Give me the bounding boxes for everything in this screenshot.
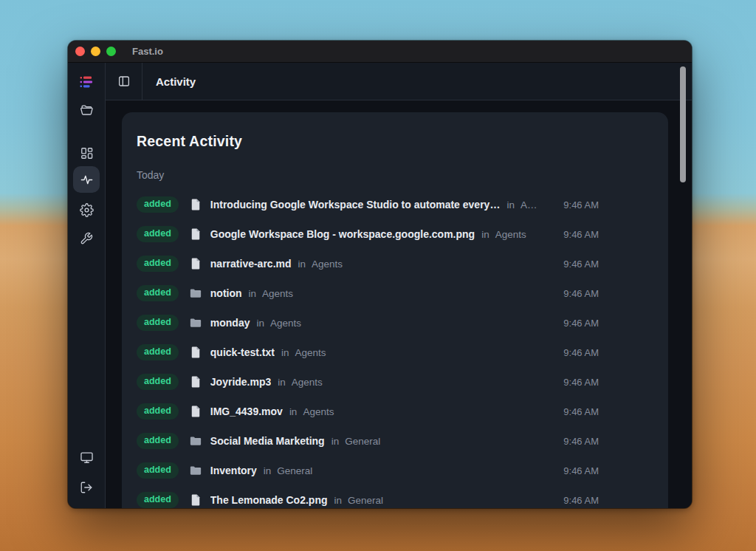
item-name: The Lemonade Co2.png bbox=[210, 494, 328, 506]
scrollbar-thumb[interactable] bbox=[680, 66, 686, 182]
close-button[interactable] bbox=[75, 47, 85, 56]
file-icon bbox=[189, 493, 202, 507]
activity-row[interactable]: added Google Workspace Blog - workspace.… bbox=[137, 219, 653, 249]
added-badge: added bbox=[137, 256, 179, 272]
folder-icon bbox=[189, 316, 202, 329]
added-badge: added bbox=[137, 374, 179, 390]
zoom-button[interactable] bbox=[106, 47, 116, 56]
file-icon bbox=[189, 375, 202, 389]
item-time: 9:46 AM bbox=[563, 318, 599, 329]
page-header: Activity bbox=[106, 63, 692, 100]
item-time: 9:46 AM bbox=[563, 288, 599, 299]
logout-icon[interactable] bbox=[73, 474, 100, 501]
item-connector: in bbox=[278, 377, 286, 388]
item-location: General bbox=[345, 436, 380, 447]
folder-nav-icon[interactable] bbox=[73, 97, 100, 123]
item-time: 9:46 AM bbox=[563, 495, 599, 506]
item-location: Agents bbox=[270, 318, 301, 329]
item-connector: in bbox=[264, 465, 272, 476]
folder-icon bbox=[189, 464, 202, 477]
item-time: 9:46 AM bbox=[563, 465, 599, 476]
settings-gear-icon[interactable] bbox=[73, 196, 100, 223]
recent-activity-card: Recent Activity Today added Introducing … bbox=[122, 112, 668, 508]
item-name: Social Media Marketing bbox=[210, 435, 325, 447]
activity-list: added Introducing Google Workspace Studi… bbox=[137, 190, 653, 508]
item-name: Introducing Google Workspace Studio to a… bbox=[210, 199, 501, 211]
file-icon bbox=[189, 405, 202, 418]
item-connector: in bbox=[331, 436, 340, 447]
content-area: Recent Activity Today added Introducing … bbox=[106, 100, 692, 508]
item-time: 9:46 AM bbox=[563, 347, 599, 358]
item-connector: in bbox=[249, 288, 257, 299]
added-badge: added bbox=[137, 492, 179, 508]
added-badge: added bbox=[137, 315, 179, 331]
item-location: General bbox=[277, 465, 312, 476]
item-location: General bbox=[348, 495, 383, 506]
titlebar: Fast.io bbox=[68, 41, 692, 63]
item-name: quick-test.txt bbox=[210, 346, 275, 358]
tools-wrench-icon[interactable] bbox=[73, 225, 100, 252]
item-name: IMG_4439.mov bbox=[210, 405, 283, 417]
item-name: Google Workspace Blog - workspace.google… bbox=[210, 228, 475, 240]
card-title: Recent Activity bbox=[137, 133, 653, 150]
display-icon[interactable] bbox=[73, 444, 100, 470]
activity-row[interactable]: added Introducing Google Workspace Studi… bbox=[137, 190, 653, 219]
item-connector: in bbox=[481, 229, 489, 240]
item-connector: in bbox=[334, 495, 343, 506]
item-time: 9:46 AM bbox=[563, 259, 599, 270]
item-location: Agents bbox=[303, 406, 334, 417]
item-time: 9:46 AM bbox=[563, 377, 599, 388]
added-badge: added bbox=[137, 285, 179, 301]
item-connector: in bbox=[289, 406, 298, 417]
app-logo-icon[interactable] bbox=[73, 69, 100, 95]
added-badge: added bbox=[137, 344, 179, 360]
page-title: Activity bbox=[156, 75, 196, 88]
activity-row[interactable]: added Inventory in General 9:46 AM bbox=[137, 456, 653, 485]
added-badge: added bbox=[137, 433, 179, 449]
window-controls bbox=[75, 47, 116, 56]
sidebar bbox=[68, 63, 106, 508]
dashboard-icon[interactable] bbox=[73, 140, 100, 166]
added-badge: added bbox=[137, 403, 179, 420]
activity-row[interactable]: added The Lemonade Co2.png in General 9:… bbox=[137, 485, 653, 508]
added-badge: added bbox=[137, 462, 179, 479]
item-location: Agents bbox=[295, 347, 326, 358]
activity-row[interactable]: added Joyride.mp3 in Agents 9:46 AM bbox=[137, 367, 653, 397]
panel-toggle-icon[interactable] bbox=[106, 63, 142, 100]
main-area: Activity Recent Activity Today added Int… bbox=[106, 63, 692, 508]
window-title: Fast.io bbox=[132, 46, 163, 57]
item-connector: in bbox=[257, 318, 265, 329]
item-time: 9:46 AM bbox=[563, 199, 599, 211]
item-location: Agents bbox=[292, 377, 323, 388]
item-time: 9:46 AM bbox=[563, 436, 599, 447]
item-name: narrative-arc.md bbox=[210, 258, 292, 270]
activity-row[interactable]: added Social Media Marketing in General … bbox=[137, 426, 653, 456]
item-location: Agents bbox=[312, 259, 343, 270]
item-name: Inventory bbox=[210, 465, 257, 476]
file-icon bbox=[189, 227, 202, 241]
folder-icon bbox=[189, 434, 202, 448]
minimize-button[interactable] bbox=[91, 47, 100, 56]
file-icon bbox=[189, 346, 202, 359]
item-connector: in bbox=[281, 347, 289, 358]
activity-row[interactable]: added notion in Agents 9:46 AM bbox=[137, 278, 653, 308]
activity-nav-icon[interactable] bbox=[73, 166, 100, 193]
item-connector: in bbox=[298, 259, 306, 270]
section-label-today: Today bbox=[137, 169, 653, 181]
item-time: 9:46 AM bbox=[563, 406, 599, 417]
file-icon bbox=[189, 198, 202, 211]
activity-row[interactable]: added quick-test.txt in Agents 9:46 AM bbox=[137, 338, 653, 367]
file-icon bbox=[189, 257, 202, 270]
item-location: Agents bbox=[262, 288, 293, 299]
activity-row[interactable]: added narrative-arc.md in Agents 9:46 AM bbox=[137, 249, 653, 278]
item-connector: in bbox=[506, 199, 515, 211]
item-location: Agents bbox=[495, 229, 526, 240]
item-name: Joyride.mp3 bbox=[210, 376, 271, 388]
activity-row[interactable]: added IMG_4439.mov in Agents 9:46 AM bbox=[137, 397, 653, 426]
added-badge: added bbox=[137, 226, 179, 242]
added-badge: added bbox=[137, 196, 179, 213]
item-name: monday bbox=[210, 317, 250, 329]
folder-icon bbox=[189, 287, 202, 300]
item-time: 9:46 AM bbox=[563, 229, 599, 240]
activity-row[interactable]: added monday in Agents 9:46 AM bbox=[137, 308, 653, 338]
